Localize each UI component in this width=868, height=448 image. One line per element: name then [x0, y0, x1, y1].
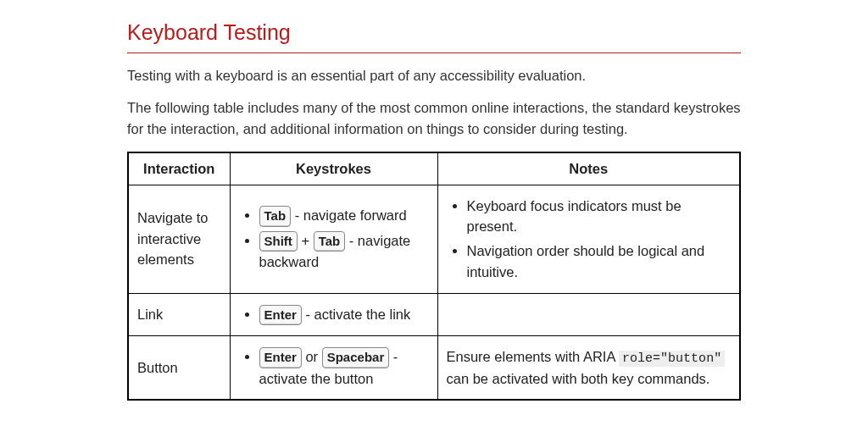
key-enter: Enter — [259, 305, 302, 326]
keystroke-item: Shift + Tab - navigate backward — [259, 230, 429, 273]
key-tab: Tab — [259, 206, 292, 227]
header-interaction: Interaction — [128, 152, 230, 185]
keystroke-text: - navigate forward — [291, 207, 407, 223]
keystrokes-cell: Enter or Spacebar - activate the button — [230, 336, 437, 401]
header-keystrokes: Keystrokes — [230, 152, 437, 185]
notes-cell — [437, 293, 740, 336]
note-item: Keyboard focus indicators must be presen… — [467, 196, 732, 238]
keystroke-item: Enter - activate the link — [259, 304, 429, 326]
table-row: Link Enter - activate the link — [128, 293, 740, 336]
table-header-row: Interaction Keystrokes Notes — [128, 152, 740, 185]
page-heading: Keyboard Testing — [127, 17, 741, 53]
intro-paragraph-2: The following table includes many of the… — [127, 97, 741, 140]
key-spacebar: Spacebar — [322, 347, 390, 368]
table-row: Navigate to interactive elements Tab - n… — [128, 185, 740, 293]
keystroke-item: Enter or Spacebar - activate the button — [259, 346, 429, 389]
note-text-pre: Ensure elements with ARIA — [447, 349, 620, 364]
keyboard-testing-table: Interaction Keystrokes Notes Navigate to… — [127, 152, 741, 401]
intro-block: Testing with a keyboard is an essential … — [127, 65, 741, 140]
note-item: Navigation order should be logical and i… — [467, 241, 732, 283]
table-row: Button Enter or Spacebar - activate the … — [128, 336, 740, 401]
key-shift: Shift — [259, 231, 298, 252]
key-tab: Tab — [314, 231, 346, 252]
keystrokes-cell: Enter - activate the link — [230, 293, 437, 336]
notes-cell: Ensure elements with ARIA role="button" … — [437, 336, 740, 401]
or-text: or — [302, 349, 322, 364]
code-role-button: role="button" — [619, 351, 725, 367]
note-text-post: can be activated with both key commands. — [447, 371, 710, 386]
plus-text: + — [298, 233, 314, 248]
key-enter: Enter — [259, 347, 302, 368]
keystroke-text: - activate the link — [302, 307, 410, 322]
notes-cell: Keyboard focus indicators must be presen… — [437, 185, 740, 293]
intro-paragraph-1: Testing with a keyboard is an essential … — [127, 65, 741, 86]
interaction-cell: Navigate to interactive elements — [128, 185, 230, 293]
keystrokes-cell: Tab - navigate forward Shift + Tab - nav… — [230, 185, 437, 293]
keystroke-item: Tab - navigate forward — [259, 205, 429, 227]
interaction-cell: Button — [128, 336, 230, 401]
interaction-cell: Link — [128, 293, 230, 336]
header-notes: Notes — [437, 152, 740, 185]
